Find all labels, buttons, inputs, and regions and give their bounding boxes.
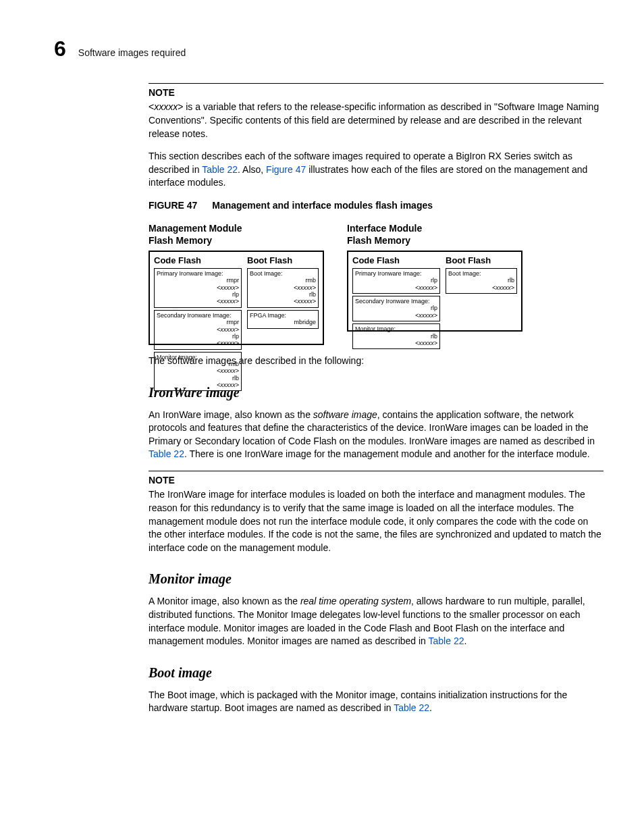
mgmt-module-box: Code Flash Primary Ironware Image:rmpr<x… — [149, 251, 324, 345]
intf-module-column: Interface Module Flash Memory Code Flash… — [347, 222, 522, 345]
flash-entry-box: Boot Image:rmb <xxxxx>rlb <xxxxx> — [247, 268, 319, 308]
mgmt-module-title: Management Module Flash Memory — [149, 222, 324, 246]
figure-caption: FIGURE 47 Management and interface modul… — [149, 199, 603, 213]
page-header: 6 Software images required — [54, 34, 603, 64]
xref-figure-47[interactable]: Figure 47 — [266, 164, 306, 175]
heading-monitor: Monitor image — [149, 569, 603, 588]
note-body: <xxxxx> is a variable that refers to the… — [149, 101, 603, 140]
entry-list: Boot Image:rlb <xxxxx> — [444, 268, 517, 296]
entry-list: Primary Ironware Image:rlp <xxxxx>Second… — [351, 268, 440, 351]
xref-table-22[interactable]: Table 22 — [394, 702, 429, 713]
note-block-ironware: NOTE The IronWare image for interface mo… — [149, 471, 603, 555]
entry-list: Primary Ironware Image:rmpr<xxxxx>rlp <x… — [153, 268, 242, 393]
chapter-number: 6 — [54, 34, 66, 64]
flash-entry-box: Secondary Ironware Image:rmpr<xxxxx>rlp … — [154, 310, 242, 350]
intf-module-title: Interface Module Flash Memory — [347, 222, 522, 246]
note-label: NOTE — [149, 86, 603, 100]
mgmt-boot-flash: Boot Flash Boot Image:rmb <xxxxx>rlb <xx… — [246, 255, 319, 341]
flash-entry-box: Primary Ironware Image:rlp <xxxxx> — [352, 268, 440, 294]
figure-diagram: Management Module Flash Memory Code Flas… — [149, 222, 603, 345]
xref-table-22[interactable]: Table 22 — [202, 164, 238, 175]
flash-entry-box: Monitor Image:rlb <xxxxx> — [352, 323, 440, 349]
ironware-paragraph: An IronWare image, also known as the sof… — [149, 409, 603, 461]
intf-boot-flash: Boot Flash Boot Image:rlb <xxxxx> — [444, 255, 517, 328]
mgmt-module-column: Management Module Flash Memory Code Flas… — [149, 222, 324, 345]
flash-entry-box: Monitor Image:rmb <xxxxx>rlb <xxxxx> — [154, 352, 242, 392]
note-body: The IronWare image for interface modules… — [149, 488, 603, 554]
entry-list: Boot Image:rmb <xxxxx>rlb <xxxxx>FPGA Im… — [246, 268, 319, 330]
xref-table-22[interactable]: Table 22 — [429, 635, 464, 646]
intro-paragraph: This section describes each of the softw… — [149, 150, 603, 190]
intf-code-flash: Code Flash Primary Ironware Image:rlp <x… — [351, 255, 440, 328]
running-title: Software images required — [78, 47, 186, 60]
flash-entry-box: Secondary Ironware Image:rlp <xxxxx> — [352, 296, 440, 321]
flash-entry-box: FPGA Image:mbridge — [247, 310, 319, 329]
figure-label: FIGURE 47 — [149, 200, 197, 211]
mgmt-code-flash: Code Flash Primary Ironware Image:rmpr<x… — [153, 255, 242, 341]
intf-module-box: Code Flash Primary Ironware Image:rlp <x… — [347, 251, 522, 332]
heading-boot: Boot image — [149, 663, 603, 682]
flash-entry-box: Primary Ironware Image:rmpr<xxxxx>rlp <x… — [154, 268, 242, 308]
note-label: NOTE — [149, 474, 603, 488]
monitor-paragraph: A Monitor image, also known as the real … — [149, 595, 603, 648]
boot-paragraph: The Boot image, which is packaged with t… — [149, 689, 603, 715]
xref-table-22[interactable]: Table 22 — [149, 448, 184, 459]
figure-title: Management and interface modules flash i… — [212, 200, 433, 211]
note-block: NOTE <xxxxx> is a variable that refers t… — [149, 83, 603, 140]
flash-entry-box: Boot Image:rlb <xxxxx> — [446, 268, 517, 294]
